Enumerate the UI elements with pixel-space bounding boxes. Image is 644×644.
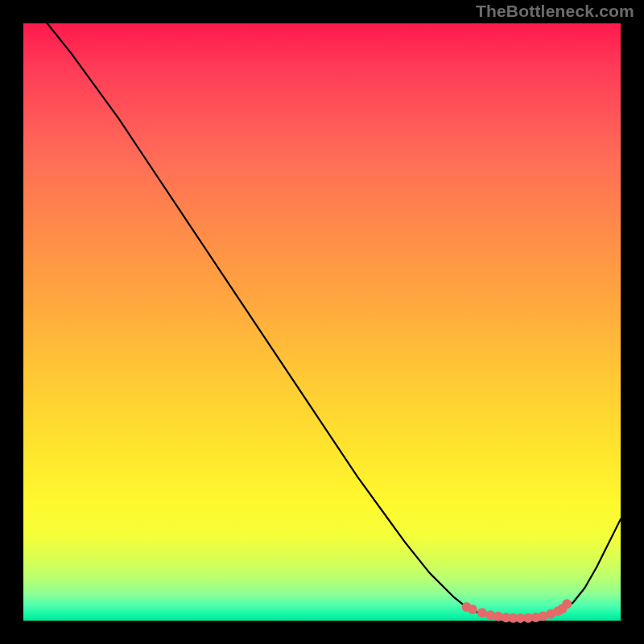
curve-layer <box>47 23 621 618</box>
bottleneck-curve-path <box>47 23 621 618</box>
highlight-dot <box>562 599 572 609</box>
plot-area <box>23 23 621 621</box>
watermark-text: TheBottleneck.com <box>476 2 634 21</box>
chart-svg <box>23 23 621 621</box>
chart-frame: TheBottleneck.com <box>0 0 644 644</box>
highlight-dot <box>477 608 487 617</box>
highlight-dots-group <box>462 599 572 623</box>
highlight-dot <box>468 605 477 614</box>
